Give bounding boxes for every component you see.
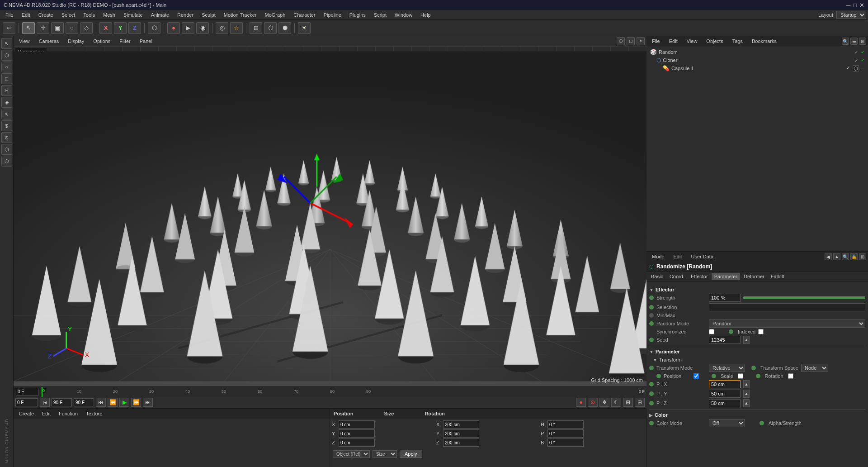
om-filter-btn[interactable]: ☰ <box>850 38 858 45</box>
motion-btn[interactable]: ☾ <box>611 398 621 407</box>
om-options-btn[interactable]: ⊞ <box>859 38 866 45</box>
prop-back-btn[interactable]: ◀ <box>825 253 832 260</box>
edit-tab[interactable]: Edit <box>38 410 54 417</box>
keyframe-btn[interactable]: ❖ <box>599 398 609 407</box>
color-mode-select[interactable]: Off Custom <box>709 419 745 427</box>
snap-button[interactable]: ⬡ <box>264 22 277 34</box>
scale-checkbox[interactable] <box>738 373 743 379</box>
viewport-tab-display[interactable]: Display <box>64 38 88 45</box>
object-button[interactable]: ⬡ <box>148 22 160 34</box>
viewport-tab-cameras[interactable]: Cameras <box>35 38 63 45</box>
prop-icon-1[interactable]: ▲ <box>833 253 840 260</box>
undo-button[interactable]: ↩ <box>3 22 15 34</box>
left-tool-3[interactable]: ○ <box>1 62 12 72</box>
light-button[interactable]: ☀ <box>298 22 311 34</box>
start-frame-input[interactable] <box>15 398 38 406</box>
px-input[interactable] <box>709 380 741 388</box>
om-view-tab[interactable]: View <box>683 38 701 45</box>
rotation-checkbox[interactable] <box>788 373 793 379</box>
menu-mograph[interactable]: MoGraph <box>261 11 289 19</box>
seed-spinner-up[interactable]: ▲ <box>743 336 750 344</box>
synchronized-checkbox[interactable] <box>709 329 714 334</box>
apply-button[interactable]: Apply <box>400 450 422 458</box>
size-y-input[interactable] <box>443 429 479 438</box>
record-btn[interactable]: ● <box>576 398 586 407</box>
goto-end-btn[interactable]: ⏭ <box>143 398 153 407</box>
prop-options-btn[interactable]: ⊞ <box>859 253 866 260</box>
viewport-icon-1[interactable]: ⬡ <box>617 37 625 45</box>
close-btn[interactable]: ✕ <box>859 2 864 9</box>
seed-input[interactable] <box>709 336 741 344</box>
left-tool-7[interactable]: ∿ <box>1 109 12 119</box>
transform-space-select[interactable]: Node World <box>801 364 828 372</box>
prop-lock-btn[interactable]: 🔒 <box>850 253 858 260</box>
goto-start-btn[interactable]: ⏮ <box>96 398 106 407</box>
minimize-btn[interactable]: ─ <box>846 2 850 9</box>
coord-mode-select[interactable]: Object (Rel) World <box>333 450 370 458</box>
left-tool-4[interactable]: ◻ <box>1 73 12 84</box>
prev-frame-btn[interactable]: |◀ <box>40 398 50 407</box>
record-button[interactable]: ● <box>167 22 180 34</box>
random-check1[interactable]: ✓ <box>854 50 858 55</box>
random-mode-select[interactable]: Random Gaussian Noise <box>709 319 865 328</box>
end-frame-input[interactable] <box>52 398 72 406</box>
left-tool-10[interactable]: ⬡ <box>1 144 12 155</box>
layout-dropdown[interactable]: Startup <box>836 11 866 19</box>
play-btn[interactable]: ▶ <box>119 398 129 407</box>
strength-slider[interactable] <box>743 296 865 299</box>
menu-motion-tracker[interactable]: Motion Tracker <box>220 11 260 19</box>
rotation-p-input[interactable] <box>547 429 584 438</box>
rotation-h-input[interactable] <box>547 420 584 429</box>
om-bookmarks-tab[interactable]: Bookmarks <box>748 38 780 45</box>
menu-help[interactable]: Help <box>417 11 434 19</box>
prop-edit-tab[interactable]: Edit <box>670 253 686 260</box>
menu-render[interactable]: Render <box>174 11 197 19</box>
move-tool-button[interactable]: ✛ <box>37 22 49 34</box>
left-tool-9[interactable]: ⊙ <box>1 132 12 143</box>
maximize-btn[interactable]: □ <box>853 2 857 9</box>
menu-pipeline[interactable]: Pipeline <box>320 11 345 19</box>
menu-select[interactable]: Select <box>58 11 79 19</box>
pz-spinner[interactable]: ▲ <box>743 399 750 407</box>
grid-button[interactable]: ⊞ <box>250 22 262 34</box>
menu-animate[interactable]: Animate <box>147 11 173 19</box>
prev-btn[interactable]: ⏪ <box>108 398 118 407</box>
effector-section-header[interactable]: ▼ Effector <box>649 287 865 292</box>
rotate-tool-button[interactable]: ○ <box>66 22 78 34</box>
py-spinner[interactable]: ▲ <box>743 390 750 398</box>
menu-plugins[interactable]: Plugins <box>346 11 369 19</box>
viewport-tab-view[interactable]: View <box>15 38 33 45</box>
selection-input[interactable] <box>709 303 865 311</box>
left-tool-1[interactable]: ↖ <box>1 38 12 49</box>
zaxis-button[interactable]: Z <box>128 22 141 34</box>
texture-tab[interactable]: Texture <box>82 410 106 417</box>
autokey-btn[interactable]: ⊙ <box>588 398 598 407</box>
next-btn[interactable]: ⏩ <box>131 398 141 407</box>
strength-input[interactable] <box>709 294 741 302</box>
menu-edit[interactable]: Edit <box>18 11 34 19</box>
viewport-tab-options[interactable]: Options <box>90 38 114 45</box>
object-item-capsule[interactable]: 💊 Capsule.1 ✓ ⬡ … <box>648 64 866 72</box>
om-edit-tab[interactable]: Edit <box>665 38 681 45</box>
timeline-options-btn[interactable]: ⊟ <box>635 398 645 407</box>
deform-button[interactable]: ⬢ <box>278 22 291 34</box>
prop-effector-tab[interactable]: Effector <box>688 273 711 280</box>
om-search-btn[interactable]: 🔍 <box>842 38 849 45</box>
random-check2[interactable]: ✓ <box>861 50 864 55</box>
viewport-tab-panel[interactable]: Panel <box>136 38 156 45</box>
left-tool-6[interactable]: ◈ <box>1 97 12 108</box>
prop-search-btn[interactable]: 🔍 <box>842 253 849 260</box>
transform-tool-button[interactable]: ◇ <box>80 22 93 34</box>
py-input[interactable] <box>709 390 741 398</box>
coord-size-select[interactable]: Size Scale <box>373 450 397 458</box>
om-file-tab[interactable]: File <box>648 38 664 45</box>
left-tool-2[interactable]: ⬡ <box>1 50 12 61</box>
rotation-b-input[interactable] <box>547 438 584 447</box>
left-tool-5[interactable]: ✂ <box>1 85 12 96</box>
indexed-checkbox[interactable] <box>758 329 764 334</box>
size-z-input[interactable] <box>443 438 479 447</box>
cloner-check2[interactable]: ✓ <box>861 58 864 63</box>
cloner-check1[interactable]: ✓ <box>854 58 858 63</box>
menu-file[interactable]: File <box>2 11 17 19</box>
om-objects-tab[interactable]: Objects <box>703 38 726 45</box>
